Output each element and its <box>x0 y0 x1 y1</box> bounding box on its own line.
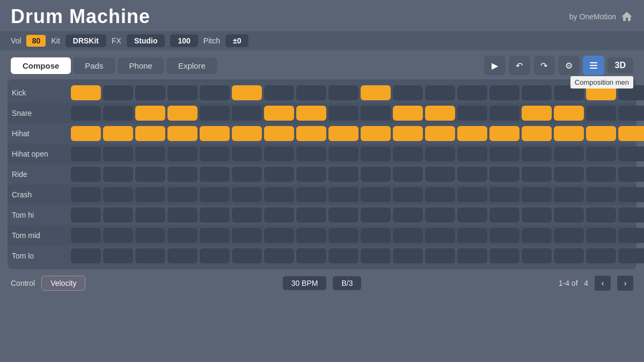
beat-cell[interactable] <box>361 248 391 263</box>
beat-cell[interactable] <box>618 146 644 161</box>
beat-cell[interactable] <box>167 187 197 202</box>
beat-cell[interactable] <box>361 228 391 243</box>
beat-cell[interactable] <box>296 167 326 182</box>
beat-cell[interactable] <box>71 228 101 243</box>
beat-cell[interactable] <box>554 146 584 161</box>
beat-cell[interactable] <box>328 167 358 182</box>
beat-cell[interactable] <box>71 187 101 202</box>
beat-cell[interactable] <box>425 106 455 121</box>
beat-cell[interactable] <box>167 248 197 263</box>
kit-button[interactable]: DRSKit <box>65 34 106 47</box>
beat-cell[interactable] <box>135 187 165 202</box>
beat-cell[interactable] <box>71 248 101 263</box>
beat-cell[interactable] <box>232 228 262 243</box>
beat-cell[interactable] <box>554 167 584 182</box>
beat-cell[interactable] <box>586 187 616 202</box>
beat-cell[interactable] <box>71 167 101 182</box>
beat-cell[interactable] <box>361 126 391 141</box>
beat-cell[interactable] <box>393 208 423 223</box>
beat-cell[interactable] <box>232 126 262 141</box>
beat-cell[interactable] <box>71 146 101 161</box>
tab-compose[interactable]: Compose <box>11 57 71 74</box>
beat-cell[interactable] <box>200 106 230 121</box>
beat-cell[interactable] <box>361 146 391 161</box>
beat-cell[interactable] <box>328 248 358 263</box>
beat-cell[interactable] <box>232 85 262 100</box>
beat-cell[interactable] <box>618 187 644 202</box>
beat-cell[interactable] <box>167 208 197 223</box>
beat-cell[interactable] <box>296 228 326 243</box>
beat-cell[interactable] <box>554 228 584 243</box>
beat-cell[interactable] <box>296 208 326 223</box>
beat-cell[interactable] <box>103 106 133 121</box>
beat-cell[interactable] <box>586 106 616 121</box>
beat-cell[interactable] <box>618 106 644 121</box>
redo-button[interactable]: ↷ <box>533 56 555 75</box>
beat-cell[interactable] <box>167 146 197 161</box>
beat-cell[interactable] <box>103 85 133 100</box>
beat-cell[interactable] <box>457 228 487 243</box>
beat-cell[interactable] <box>457 248 487 263</box>
beat-cell[interactable] <box>618 248 644 263</box>
beat-cell[interactable] <box>425 248 455 263</box>
beat-cell[interactable] <box>586 146 616 161</box>
beat-cell[interactable] <box>135 126 165 141</box>
beat-cell[interactable] <box>618 228 644 243</box>
beat-cell[interactable] <box>489 146 519 161</box>
beat-cell[interactable] <box>264 106 294 121</box>
beat-cell[interactable] <box>328 126 358 141</box>
beat-cell[interactable] <box>361 167 391 182</box>
beat-cell[interactable] <box>232 146 262 161</box>
beat-cell[interactable] <box>522 208 552 223</box>
beat-cell[interactable] <box>457 208 487 223</box>
beat-cell[interactable] <box>200 208 230 223</box>
beat-cell[interactable] <box>393 146 423 161</box>
beat-cell[interactable] <box>522 187 552 202</box>
beat-cell[interactable] <box>264 228 294 243</box>
beat-cell[interactable] <box>489 106 519 121</box>
beat-cell[interactable] <box>489 248 519 263</box>
velocity-button[interactable]: Velocity <box>41 276 85 291</box>
prev-page-button[interactable]: ‹ <box>595 276 611 291</box>
beat-cell[interactable] <box>618 208 644 223</box>
beat-cell[interactable] <box>264 187 294 202</box>
beat-cell[interactable] <box>264 167 294 182</box>
beat-cell[interactable] <box>361 85 391 100</box>
beat-cell[interactable] <box>232 106 262 121</box>
beat-cell[interactable] <box>264 248 294 263</box>
beat-cell[interactable] <box>425 228 455 243</box>
beat-cell[interactable] <box>167 106 197 121</box>
pitch-button[interactable]: ±0 <box>225 34 248 47</box>
beat-cell[interactable] <box>618 126 644 141</box>
beat-cell[interactable] <box>103 126 133 141</box>
composition-menu-button[interactable] <box>583 56 604 75</box>
beat-cell[interactable] <box>264 146 294 161</box>
beat-cell[interactable] <box>361 106 391 121</box>
beat-cell[interactable] <box>296 106 326 121</box>
beat-cell[interactable] <box>296 187 326 202</box>
fx-amount-button[interactable]: 100 <box>170 34 197 47</box>
beat-cell[interactable] <box>103 187 133 202</box>
tab-explore[interactable]: Explore <box>166 57 217 74</box>
beat-cell[interactable] <box>457 126 487 141</box>
beat-cell[interactable] <box>135 85 165 100</box>
beat-cell[interactable] <box>167 167 197 182</box>
beat-cell[interactable] <box>425 187 455 202</box>
beat-cell[interactable] <box>393 106 423 121</box>
beat-cell[interactable] <box>328 146 358 161</box>
beat-cell[interactable] <box>103 248 133 263</box>
next-page-button[interactable]: › <box>617 276 633 291</box>
beat-cell[interactable] <box>522 85 552 100</box>
beat-cell[interactable] <box>296 85 326 100</box>
bpm-button[interactable]: 30 BPM <box>283 276 327 290</box>
play-button[interactable]: ▶ <box>484 56 506 75</box>
beat-cell[interactable] <box>361 187 391 202</box>
beat-cell[interactable] <box>71 126 101 141</box>
tab-phone[interactable]: Phone <box>118 57 164 74</box>
beat-cell[interactable] <box>167 228 197 243</box>
beat-cell[interactable] <box>71 85 101 100</box>
beat-cell[interactable] <box>135 167 165 182</box>
beat-cell[interactable] <box>457 146 487 161</box>
beat-cell[interactable] <box>200 126 230 141</box>
beat-cell[interactable] <box>522 228 552 243</box>
